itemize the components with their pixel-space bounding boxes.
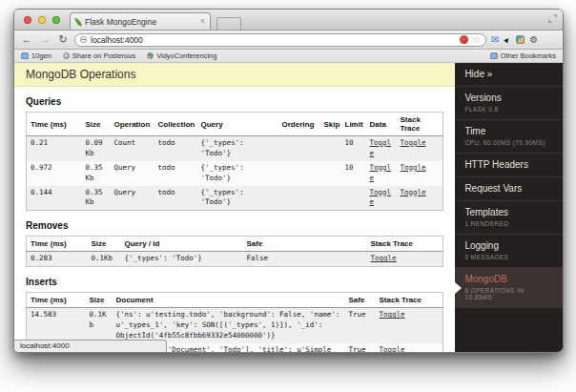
table-cell: {'_types': 'Todo'} — [197, 186, 278, 211]
new-tab-button[interactable] — [216, 17, 241, 30]
table-cell: {'_types': 'Todo'} — [197, 161, 278, 186]
toggle-cell: Toggle — [397, 186, 443, 211]
back-button[interactable]: ← — [20, 34, 33, 45]
sidebar-item-http-headers[interactable]: HTTP Headers — [455, 154, 563, 177]
sidebar-item-sub: 8 operations in 16.85ms — [464, 287, 553, 300]
toggle-cell: Toggle — [366, 161, 397, 186]
page-content: MongoDB Operations Queries Time (ms)Size… — [14, 63, 563, 353]
sidebar-item-time[interactable]: TimeCPU: 60.00ms (70.90ms) — [455, 120, 563, 154]
section-heading-queries: Queries — [26, 96, 443, 107]
table-cell: 0.09Kb — [82, 136, 111, 161]
sidebar-item-label: Templates — [464, 207, 553, 217]
table-cell: {'ns': u'testing.todo', 'background': Fa… — [113, 308, 345, 343]
minimize-window-button[interactable] — [38, 16, 46, 24]
column-header: Size — [82, 113, 111, 136]
desktop-background: Flask MongoEngine × ← → ↻ localhost:4000… — [0, 0, 576, 392]
posterous-icon — [63, 52, 70, 59]
folder-icon — [21, 53, 29, 59]
site-globe-icon — [80, 36, 87, 43]
column-header: Skip — [320, 113, 341, 136]
sidebar-item-mongodb[interactable]: MongoDB8 operations in 16.85ms — [455, 268, 563, 308]
table-cell: 0.1Kb — [88, 252, 121, 267]
column-header: Size — [88, 237, 121, 252]
toggle-link[interactable]: Toggle — [371, 254, 397, 262]
column-header: Collection — [154, 113, 197, 136]
status-bar: localhost:4000 — [14, 340, 167, 352]
zoom-window-button[interactable] — [52, 16, 60, 24]
table-cell — [320, 161, 341, 186]
wrench-menu-icon[interactable]: ⚙ — [529, 35, 538, 45]
window-titlebar[interactable]: Flask MongoEngine × — [14, 10, 563, 31]
sidebar-item-request-vars[interactable]: Request Vars — [455, 177, 563, 201]
table-cell: todo — [154, 161, 197, 186]
window-controls — [24, 16, 60, 24]
table-cell: Count — [111, 136, 154, 161]
toggle-link[interactable]: Toggle — [401, 163, 426, 172]
toggle-cell: Toggle — [376, 343, 443, 353]
bookmark-label: VidyoConferencing — [156, 52, 216, 60]
vidyo-icon — [147, 52, 154, 59]
table-row: 0.210.09KbCounttodo{'_types': 'Todo'}10T… — [27, 136, 443, 161]
toggle-link[interactable]: Toggle — [401, 138, 426, 147]
mail-extension-icon[interactable]: ✉ — [491, 35, 499, 45]
table-cell — [320, 136, 341, 161]
bookmark-vidyoconferencing[interactable]: VidyoConferencing — [147, 52, 216, 60]
section-heading-inserts: Inserts — [26, 277, 443, 287]
table-cell — [278, 161, 320, 186]
other-bookmarks-button[interactable]: Other Bookmarks — [490, 52, 556, 60]
table-cell: 10 — [341, 161, 366, 186]
pointer-extension-icon[interactable]: ► — [502, 33, 514, 45]
toggle-link[interactable]: Toggle — [370, 188, 392, 207]
bookmark-10gen[interactable]: 10gen — [21, 52, 51, 60]
column-header: Limit — [341, 113, 366, 136]
toggle-cell: Toggle — [376, 308, 443, 343]
close-window-button[interactable] — [24, 16, 31, 24]
toggle-link[interactable]: Toggle — [370, 138, 392, 157]
bookmark-star-icon[interactable]: ☆ — [472, 35, 481, 45]
toggle-cell: Toggle — [366, 186, 397, 211]
toggle-cell: Toggle — [397, 136, 443, 161]
queries-table: Time (ms)SizeOperationCollectionQueryOrd… — [26, 112, 443, 211]
toggle-cell: Toggle — [366, 136, 397, 161]
column-header: Stack Trace — [397, 113, 443, 136]
browser-window: Flask MongoEngine × ← → ↻ localhost:4000… — [13, 9, 564, 353]
table-cell — [320, 186, 341, 211]
reload-button[interactable]: ↻ — [56, 34, 70, 45]
sidebar-hide-button[interactable]: Hide » — [455, 63, 563, 87]
extension-badge-icon[interactable] — [460, 35, 468, 44]
bookmarks-bar: 10gen Share on Posterous VidyoConferenci… — [14, 50, 563, 63]
app-extension-icon[interactable]: U — [516, 35, 525, 44]
sidebar-item-templates[interactable]: Templates1 rendered — [455, 201, 563, 235]
active-item-arrow-icon — [455, 282, 462, 294]
sidebar-items: VersionsFlask 0.8TimeCPU: 60.00ms (70.90… — [455, 87, 563, 308]
sidebar-item-sub: Flask 0.8 — [464, 106, 553, 113]
browser-toolbar: ← → ↻ localhost:4000 ☆ ✉ ► U ⚙ — [14, 31, 563, 50]
column-header: Safe — [243, 237, 367, 252]
column-header: Time (ms) — [27, 237, 88, 252]
browser-tab[interactable]: Flask MongoEngine × — [70, 12, 211, 30]
close-tab-icon[interactable]: × — [200, 17, 205, 26]
table-row: 14.5830.1Kb{'ns': u'testing.todo', 'back… — [27, 308, 443, 343]
forward-button[interactable]: → — [38, 34, 51, 45]
sidebar-item-logging[interactable]: Logging0 messages — [455, 235, 563, 268]
sidebar-item-label: Request Vars — [464, 183, 553, 194]
column-header: Document — [113, 293, 345, 308]
sidebar-item-sub: CPU: 60.00ms (70.90ms) — [464, 139, 553, 146]
url-text[interactable]: localhost:4000 — [91, 35, 456, 45]
toggle-link[interactable]: Toggle — [380, 310, 405, 319]
address-bar[interactable]: localhost:4000 ☆ — [74, 33, 486, 47]
table-cell: Query — [111, 161, 154, 186]
table-cell: True — [345, 308, 376, 343]
table-row: 0.9720.35KbQuerytodo{'_types': 'Todo'}10… — [27, 161, 443, 186]
sidebar-item-versions[interactable]: VersionsFlask 0.8 — [455, 87, 563, 120]
toggle-link[interactable]: Toggle — [380, 345, 405, 353]
toggle-link[interactable]: Toggle — [370, 163, 392, 182]
removes-table: Time (ms)SizeQuery / IdSafeStack Trace0.… — [26, 236, 443, 267]
table-cell: True — [345, 343, 376, 353]
section-heading-removes: Removes — [26, 220, 443, 231]
bookmark-share-on-posterous[interactable]: Share on Posterous — [63, 52, 135, 60]
sidebar-item-label: Logging — [464, 240, 553, 251]
column-header: Ordering — [278, 113, 320, 136]
sidebar-item-label: Versions — [464, 93, 553, 103]
toggle-link[interactable]: Toggle — [401, 188, 426, 196]
